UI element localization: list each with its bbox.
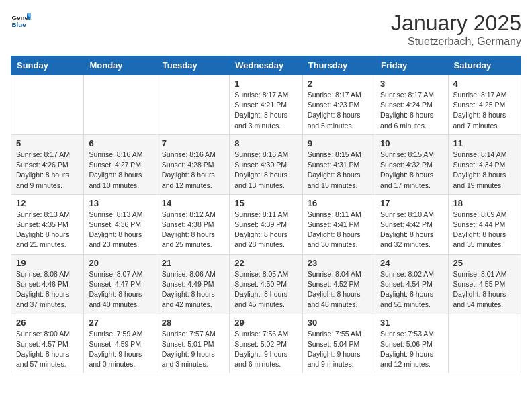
day-number: 9 [308, 138, 370, 148]
day-cell-16: 16Sunrise: 8:11 AM Sunset: 4:41 PM Dayli… [302, 194, 375, 254]
day-number: 8 [234, 138, 297, 148]
empty-cell [448, 314, 521, 373]
day-number: 28 [162, 318, 224, 328]
day-number: 4 [453, 79, 516, 89]
day-cell-11: 11Sunrise: 8:14 AM Sunset: 4:34 PM Dayli… [448, 134, 521, 194]
day-number: 22 [234, 258, 297, 268]
day-number: 29 [234, 318, 297, 328]
day-cell-10: 10Sunrise: 8:15 AM Sunset: 4:32 PM Dayli… [375, 134, 448, 194]
day-number: 20 [89, 258, 151, 268]
day-info: Sunrise: 8:00 AM Sunset: 4:57 PM Dayligh… [16, 329, 79, 370]
day-info: Sunrise: 8:17 AM Sunset: 4:25 PM Dayligh… [453, 90, 516, 131]
day-number: 21 [162, 258, 224, 268]
day-number: 12 [16, 198, 79, 208]
day-number: 2 [308, 79, 370, 89]
day-number: 16 [308, 198, 370, 208]
day-cell-3: 3Sunrise: 8:17 AM Sunset: 4:24 PM Daylig… [375, 75, 448, 135]
day-cell-1: 1Sunrise: 8:17 AM Sunset: 4:21 PM Daylig… [230, 75, 302, 135]
day-info: Sunrise: 8:16 AM Sunset: 4:28 PM Dayligh… [162, 150, 224, 191]
day-info: Sunrise: 8:16 AM Sunset: 4:30 PM Dayligh… [234, 150, 297, 191]
day-cell-13: 13Sunrise: 8:13 AM Sunset: 4:36 PM Dayli… [84, 194, 157, 254]
day-number: 11 [453, 138, 516, 148]
empty-cell [157, 75, 229, 135]
weekday-header-thursday: Thursday [302, 56, 375, 75]
day-number: 18 [453, 198, 516, 208]
week-row-3: 12Sunrise: 8:13 AM Sunset: 4:35 PM Dayli… [11, 194, 521, 254]
day-number: 26 [16, 318, 79, 328]
day-info: Sunrise: 8:17 AM Sunset: 4:21 PM Dayligh… [234, 90, 297, 131]
day-cell-4: 4Sunrise: 8:17 AM Sunset: 4:25 PM Daylig… [448, 75, 521, 135]
weekday-header-tuesday: Tuesday [157, 56, 229, 75]
day-info: Sunrise: 7:55 AM Sunset: 5:04 PM Dayligh… [308, 329, 370, 370]
day-info: Sunrise: 7:57 AM Sunset: 5:01 PM Dayligh… [162, 329, 224, 370]
day-cell-29: 29Sunrise: 7:56 AM Sunset: 5:02 PM Dayli… [230, 314, 302, 373]
day-cell-23: 23Sunrise: 8:04 AM Sunset: 4:52 PM Dayli… [302, 254, 375, 314]
day-cell-21: 21Sunrise: 8:06 AM Sunset: 4:49 PM Dayli… [157, 254, 229, 314]
day-info: Sunrise: 8:17 AM Sunset: 4:26 PM Dayligh… [16, 150, 79, 191]
day-cell-19: 19Sunrise: 8:08 AM Sunset: 4:46 PM Dayli… [11, 254, 84, 314]
day-number: 7 [162, 138, 224, 148]
day-cell-14: 14Sunrise: 8:12 AM Sunset: 4:38 PM Dayli… [157, 194, 229, 254]
svg-text:Blue: Blue [12, 21, 27, 28]
weekday-header-saturday: Saturday [448, 56, 521, 75]
day-number: 23 [308, 258, 370, 268]
day-cell-7: 7Sunrise: 8:16 AM Sunset: 4:28 PM Daylig… [157, 134, 229, 194]
day-info: Sunrise: 8:14 AM Sunset: 4:34 PM Dayligh… [453, 150, 516, 191]
weekday-header-friday: Friday [375, 56, 448, 75]
day-cell-20: 20Sunrise: 8:07 AM Sunset: 4:47 PM Dayli… [84, 254, 157, 314]
day-number: 1 [234, 79, 297, 89]
day-number: 27 [89, 318, 151, 328]
day-number: 15 [234, 198, 297, 208]
day-info: Sunrise: 8:11 AM Sunset: 4:39 PM Dayligh… [234, 210, 297, 250]
day-cell-9: 9Sunrise: 8:15 AM Sunset: 4:31 PM Daylig… [302, 134, 375, 194]
logo-icon: General Blue [11, 11, 31, 31]
day-number: 14 [162, 198, 224, 208]
day-info: Sunrise: 8:05 AM Sunset: 4:50 PM Dayligh… [234, 269, 297, 310]
day-info: Sunrise: 8:13 AM Sunset: 4:36 PM Dayligh… [89, 210, 151, 250]
day-cell-24: 24Sunrise: 8:02 AM Sunset: 4:54 PM Dayli… [375, 254, 448, 314]
day-number: 24 [380, 258, 443, 268]
day-number: 13 [89, 198, 151, 208]
day-info: Sunrise: 7:59 AM Sunset: 4:59 PM Dayligh… [89, 329, 151, 370]
day-cell-12: 12Sunrise: 8:13 AM Sunset: 4:35 PM Dayli… [11, 194, 84, 254]
day-info: Sunrise: 8:17 AM Sunset: 4:23 PM Dayligh… [308, 90, 370, 131]
weekday-header-monday: Monday [84, 56, 157, 75]
week-row-1: 1Sunrise: 8:17 AM Sunset: 4:21 PM Daylig… [11, 75, 521, 135]
day-number: 10 [380, 138, 443, 148]
day-info: Sunrise: 8:06 AM Sunset: 4:49 PM Dayligh… [162, 269, 224, 310]
week-row-2: 5Sunrise: 8:17 AM Sunset: 4:26 PM Daylig… [11, 134, 521, 194]
day-number: 17 [380, 198, 443, 208]
day-number: 6 [89, 138, 151, 148]
day-number: 3 [380, 79, 443, 89]
day-info: Sunrise: 8:13 AM Sunset: 4:35 PM Dayligh… [16, 210, 79, 250]
day-info: Sunrise: 7:53 AM Sunset: 5:06 PM Dayligh… [380, 329, 443, 370]
day-info: Sunrise: 8:07 AM Sunset: 4:47 PM Dayligh… [89, 269, 151, 310]
day-cell-2: 2Sunrise: 8:17 AM Sunset: 4:23 PM Daylig… [302, 75, 375, 135]
day-info: Sunrise: 8:04 AM Sunset: 4:52 PM Dayligh… [308, 269, 370, 310]
logo: General Blue [11, 11, 31, 31]
page-header: General Blue January 2025 Stuetzerbach, … [11, 11, 521, 48]
day-cell-22: 22Sunrise: 8:05 AM Sunset: 4:50 PM Dayli… [230, 254, 302, 314]
month-title: January 2025 [391, 11, 521, 36]
title-block: January 2025 Stuetzerbach, Germany [391, 11, 521, 48]
day-cell-8: 8Sunrise: 8:16 AM Sunset: 4:30 PM Daylig… [230, 134, 302, 194]
location-title: Stuetzerbach, Germany [391, 36, 521, 48]
day-cell-15: 15Sunrise: 8:11 AM Sunset: 4:39 PM Dayli… [230, 194, 302, 254]
empty-cell [11, 75, 84, 135]
day-cell-28: 28Sunrise: 7:57 AM Sunset: 5:01 PM Dayli… [157, 314, 229, 373]
day-info: Sunrise: 8:15 AM Sunset: 4:32 PM Dayligh… [380, 150, 443, 191]
day-info: Sunrise: 8:12 AM Sunset: 4:38 PM Dayligh… [162, 210, 224, 250]
day-cell-25: 25Sunrise: 8:01 AM Sunset: 4:55 PM Dayli… [448, 254, 521, 314]
weekday-header-row: SundayMondayTuesdayWednesdayThursdayFrid… [11, 56, 521, 75]
day-info: Sunrise: 8:08 AM Sunset: 4:46 PM Dayligh… [16, 269, 79, 310]
day-number: 5 [16, 138, 79, 148]
day-cell-26: 26Sunrise: 8:00 AM Sunset: 4:57 PM Dayli… [11, 314, 84, 373]
day-number: 25 [453, 258, 516, 268]
day-cell-6: 6Sunrise: 8:16 AM Sunset: 4:27 PM Daylig… [84, 134, 157, 194]
day-number: 31 [380, 318, 443, 328]
day-cell-18: 18Sunrise: 8:09 AM Sunset: 4:44 PM Dayli… [448, 194, 521, 254]
day-number: 30 [308, 318, 370, 328]
day-info: Sunrise: 8:10 AM Sunset: 4:42 PM Dayligh… [380, 210, 443, 250]
day-number: 19 [16, 258, 79, 268]
day-info: Sunrise: 8:02 AM Sunset: 4:54 PM Dayligh… [380, 269, 443, 310]
